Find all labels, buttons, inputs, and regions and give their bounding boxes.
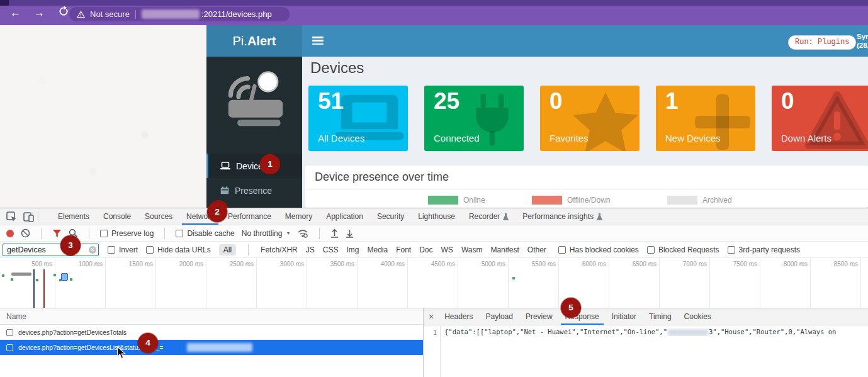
record-icon[interactable]: [6, 230, 14, 237]
panel-divider: [305, 189, 868, 190]
chip-other[interactable]: Other: [527, 245, 546, 254]
browser-toolbar: ← → Not secure :20211/devices.php: [0, 0, 868, 25]
chip-manifest[interactable]: Manifest: [490, 245, 519, 254]
network-overview-timeline[interactable]: 500 ms1000 ms1500 ms2000 ms2500 ms3000 m…: [0, 258, 868, 308]
timeline-gridline: [558, 258, 559, 308]
presence-panel-title: Device presence over time: [315, 171, 449, 184]
requests-name-header[interactable]: Name: [0, 308, 423, 325]
page-title: Devices: [310, 59, 364, 77]
chip-js[interactable]: JS: [306, 245, 315, 254]
detail-tabs: × Headers Payload Preview Response Initi…: [424, 308, 868, 325]
card-all-devices[interactable]: 51 All Devices: [308, 86, 408, 151]
card-favorites[interactable]: 0 Favorites: [540, 86, 640, 151]
throttling-select[interactable]: No throttling▼: [242, 229, 291, 238]
chip-font[interactable]: Font: [396, 245, 411, 254]
sidebar-toggle-icon[interactable]: [312, 37, 324, 45]
tab-performance-insights[interactable]: Performance insights: [516, 208, 609, 225]
calendar-icon: [220, 186, 229, 194]
chip-css[interactable]: CSS: [323, 245, 339, 254]
chip-ws[interactable]: WS: [441, 245, 453, 254]
chip-img[interactable]: Img: [346, 245, 359, 254]
toolbar-divider: [38, 211, 38, 222]
run-plugins-button[interactable]: Run: Plugins: [788, 35, 856, 50]
timeline-tick-label: 500 ms: [31, 261, 52, 267]
tab-sources[interactable]: Sources: [138, 208, 179, 225]
annotation-step-3: 3: [60, 235, 81, 256]
clear-filter-icon[interactable]: ✕: [89, 246, 96, 254]
request-row-getdeviceslist[interactable]: devices.php?action=getDevicesList&status…: [0, 340, 423, 355]
toolbar-divider: [319, 228, 320, 239]
tab-preview[interactable]: Preview: [519, 308, 559, 325]
back-icon[interactable]: ←: [10, 7, 21, 20]
chip-media[interactable]: Media: [367, 245, 388, 254]
invert-checkbox[interactable]: Invert: [108, 245, 138, 254]
pialert-logo[interactable]: Pi.Alert: [206, 25, 302, 57]
laptop-icon: [220, 162, 230, 170]
timeline-tick-label: 8000 ms: [784, 261, 808, 267]
preserve-log-checkbox[interactable]: Preserve log: [100, 229, 154, 238]
tab-application[interactable]: Application: [319, 208, 370, 225]
not-secure-warning-icon: [77, 11, 85, 18]
tab-console[interactable]: Console: [96, 208, 138, 225]
toolbar-divider: [89, 228, 89, 239]
router-logo: [222, 62, 290, 138]
annotation-step-2: 2: [207, 202, 227, 222]
row-checkbox[interactable]: [6, 344, 13, 351]
chip-wasm[interactable]: Wasm: [461, 245, 483, 254]
legend-online: Online: [428, 196, 485, 205]
row-checkbox[interactable]: [6, 329, 13, 336]
device-toolbar-icon[interactable]: [23, 211, 34, 222]
disable-cache-checkbox[interactable]: Disable cache: [176, 229, 234, 238]
request-row-gettotals[interactable]: devices.php?action=getDevicesTotals: [0, 325, 423, 340]
filter-funnel-icon[interactable]: [52, 229, 62, 238]
chip-fetch-xhr[interactable]: Fetch/XHR: [261, 245, 298, 254]
tab-performance[interactable]: Performance: [221, 208, 278, 225]
network-filter-row: ✕ Invert Hide data URLs All Fetch/XHR JS…: [0, 242, 868, 258]
hide-data-urls-checkbox[interactable]: Hide data URLs: [146, 245, 211, 254]
forward-icon[interactable]: →: [34, 7, 45, 20]
timeline-tick-label: 5500 ms: [532, 261, 556, 267]
tab-initiator[interactable]: Initiator: [606, 308, 643, 325]
tab-payload[interactable]: Payload: [480, 308, 519, 325]
tab-recorder[interactable]: Recorder: [462, 208, 516, 225]
card-down-alerts[interactable]: 0 Down Alerts: [772, 86, 868, 151]
tab-security[interactable]: Security: [370, 208, 411, 225]
address-bar[interactable]: Not secure :20211/devices.php: [69, 7, 290, 21]
import-har-icon[interactable]: [330, 228, 339, 238]
network-conditions-icon[interactable]: [297, 228, 308, 238]
chip-all[interactable]: All: [219, 244, 236, 256]
annotation-step-5: 5: [561, 298, 581, 318]
reload-icon[interactable]: [58, 6, 69, 20]
toolbar-divider: [164, 228, 165, 239]
card-connected[interactable]: 25 Connected: [424, 86, 524, 151]
sidebar-item-presence[interactable]: Presence: [206, 178, 302, 203]
chip-doc[interactable]: Doc: [419, 245, 432, 254]
offline-swatch: [532, 196, 562, 205]
third-party-requests-checkbox[interactable]: 3rd-party requests: [728, 245, 800, 254]
redacted-query-value: [187, 343, 252, 352]
request-dot: [36, 279, 38, 281]
inspect-element-icon[interactable]: [6, 211, 17, 222]
tab-elements[interactable]: Elements: [51, 208, 96, 225]
blocked-requests-checkbox[interactable]: Blocked Requests: [647, 245, 719, 254]
tab-cookies[interactable]: Cookies: [678, 308, 718, 325]
tab-timing[interactable]: Timing: [643, 308, 678, 325]
tab-lighthouse[interactable]: Lighthouse: [411, 208, 462, 225]
timeline-tick-label: 4500 ms: [431, 261, 455, 267]
tab-headers[interactable]: Headers: [438, 308, 479, 325]
response-body[interactable]: 1 {"data":[["laptop","Net - Huawei","Int…: [424, 325, 868, 377]
filter-input[interactable]: [3, 244, 99, 256]
sidebar-item-devices[interactable]: Devices: [206, 154, 302, 178]
card-new-devices[interactable]: 1 New Devices: [656, 86, 755, 151]
timeline-gridline: [810, 258, 811, 308]
tab-memory[interactable]: Memory: [278, 208, 319, 225]
devtools-tabs: Elements Console Sources Network Perform…: [51, 208, 609, 225]
network-toolbar: Preserve log Disable cache No throttling…: [0, 225, 868, 242]
has-blocked-cookies-checkbox[interactable]: Has blocked cookies: [558, 245, 639, 254]
export-har-icon[interactable]: [346, 228, 354, 238]
annotation-step-1: 1: [260, 154, 280, 174]
request-detail-pane: × Headers Payload Preview Response Initi…: [424, 308, 868, 377]
presence-panel: Device presence over time Online Offline…: [305, 166, 868, 208]
clear-icon[interactable]: [21, 228, 30, 238]
close-icon[interactable]: ×: [429, 312, 434, 322]
